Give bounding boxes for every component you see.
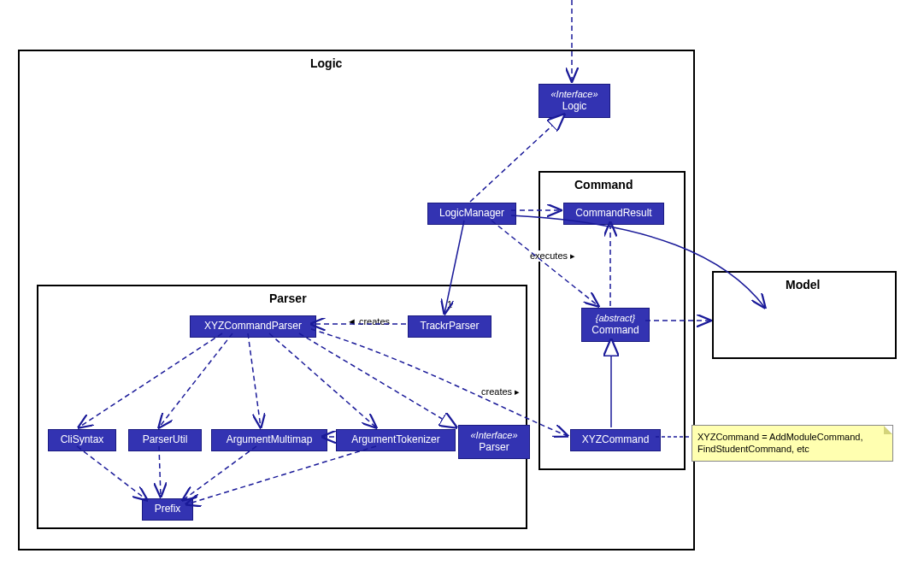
label-executes: executes ▸ — [528, 250, 577, 262]
pkg-model-title: Model — [786, 278, 820, 291]
class-parser-interface: «Interface» Parser — [458, 425, 530, 459]
class-trackr-parser: TrackrParser — [408, 315, 491, 338]
class-argument-multimap: ArgumentMultimap — [211, 429, 327, 451]
uml-diagram: Logic Parser Command Model «Interface» L… — [0, 0, 924, 577]
pkg-model: Model — [712, 271, 897, 359]
class-argument-tokenizer: ArgumentTokenizer — [336, 429, 456, 451]
class-parser-util: ParserUtil — [128, 429, 202, 451]
label-multiplicity-one: 1 — [445, 299, 454, 309]
label-creates-1: ◄ creates — [345, 316, 391, 327]
label-creates-2: creates ▸ — [480, 386, 521, 397]
class-command-result: CommandResult — [563, 203, 664, 225]
class-prefix: Prefix — [142, 498, 193, 521]
pkg-parser-title: Parser — [269, 291, 307, 305]
class-xyz-command: XYZCommand — [570, 429, 661, 451]
class-cli-syntax: CliSyntax — [48, 429, 116, 451]
pkg-logic-title: Logic — [310, 56, 342, 70]
class-xyz-command-parser: XYZCommandParser — [190, 315, 316, 338]
note-xyz-command: XYZCommand = AddModuleCommand, FindStude… — [692, 425, 893, 462]
class-logic-manager: LogicManager — [427, 203, 516, 225]
class-command-abstract: {abstract} Command — [581, 308, 650, 342]
class-logic-interface: «Interface» Logic — [539, 84, 610, 118]
pkg-command-title: Command — [574, 178, 633, 191]
